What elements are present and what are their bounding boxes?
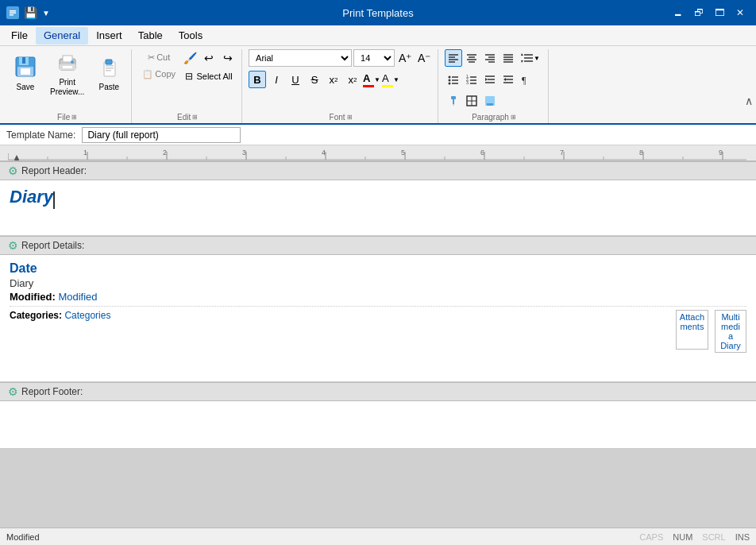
font-color-dropdown[interactable]: ▼	[374, 76, 380, 83]
menu-table[interactable]: Table	[130, 27, 171, 44]
format-painter-button[interactable]	[445, 92, 462, 110]
save-button[interactable]: Save	[8, 49, 43, 99]
paint-bucket-button[interactable]: 🖌️	[181, 49, 199, 67]
print-preview-button[interactable]: Print Preview...	[44, 49, 90, 99]
ribbon-collapse-button[interactable]: ∧	[745, 95, 753, 107]
menu-insert[interactable]: Insert	[88, 27, 130, 44]
font-group-expand[interactable]: ⊞	[347, 114, 353, 121]
paste-button[interactable]: Paste	[91, 49, 126, 99]
attachments-container: Attach ments Multi medi a Diary	[676, 310, 746, 353]
menu-general[interactable]: General	[36, 27, 88, 44]
bullet-list-button[interactable]	[445, 71, 462, 88]
svg-rect-68	[487, 103, 493, 106]
svg-marker-39	[521, 60, 523, 63]
italic-button[interactable]: I	[268, 71, 285, 88]
ins-indicator: INS	[735, 532, 750, 542]
date-field: Date	[10, 261, 37, 275]
modified-label: Modified:	[10, 291, 56, 303]
paragraph-marks-button[interactable]: ¶	[518, 71, 535, 88]
maximize-button[interactable]: 🗖	[710, 4, 729, 21]
restore-button[interactable]: 🗗	[689, 4, 708, 21]
undo-button[interactable]: ↩	[200, 49, 218, 67]
cut-copy-container: ✂ Cut 📋 Copy	[138, 49, 179, 82]
para-row-2: 1.2.3. ¶	[445, 71, 535, 88]
status-indicators: CAPS NUM SCRL INS	[639, 532, 750, 542]
bold-button[interactable]: B	[249, 71, 266, 88]
template-name-input[interactable]	[82, 127, 241, 143]
redo-button[interactable]: ↪	[219, 49, 237, 67]
borders-button[interactable]	[463, 92, 480, 110]
select-all-button[interactable]: ⊟ Select All	[181, 68, 236, 84]
svg-marker-38	[521, 53, 523, 56]
superscript-button[interactable]: x2	[325, 71, 342, 88]
cut-button[interactable]: ✂ Cut	[138, 49, 179, 65]
report-footer-section-header: ⚙ Report Footer:	[0, 382, 756, 401]
cut-label: Cut	[156, 52, 170, 62]
report-details-label: Report Details:	[21, 240, 84, 251]
align-justify-button[interactable]	[499, 49, 517, 67]
shrink-font-button[interactable]: A⁻	[415, 49, 433, 67]
align-right-button[interactable]	[481, 49, 499, 67]
template-name-bar: Template Name:	[0, 125, 756, 145]
svg-marker-98	[14, 155, 19, 160]
svg-point-42	[449, 79, 451, 82]
file-group-label: File	[57, 113, 70, 122]
highlight-dropdown[interactable]: ▼	[393, 76, 399, 83]
minimize-button[interactable]: 🗕	[669, 4, 688, 21]
svg-point-44	[449, 83, 451, 85]
select-all-label: Select All	[196, 72, 232, 81]
line-spacing-dropdown[interactable]: ▼	[534, 55, 540, 62]
diary-row: Diary	[10, 277, 746, 289]
strikethrough-button[interactable]: S	[306, 71, 323, 88]
svg-rect-15	[106, 60, 112, 64]
shading-button[interactable]	[481, 92, 499, 110]
menu-tools[interactable]: Tools	[171, 27, 210, 44]
title-controls: 🗕 🗗 🗖 ✕	[669, 4, 750, 21]
line-spacing-button[interactable]: ▼	[518, 49, 543, 67]
align-center-button[interactable]	[463, 49, 480, 67]
paste-label: Paste	[99, 83, 120, 92]
report-header-content[interactable]: Diary	[0, 180, 756, 236]
categories-row: Categories: Categories Attach ments Mult…	[10, 306, 746, 353]
svg-point-40	[449, 76, 451, 79]
diary-field: Diary	[10, 277, 33, 289]
increase-indent-button[interactable]	[481, 71, 499, 88]
highlight-color-button[interactable]: A ▼	[382, 71, 399, 88]
svg-text:1: 1	[83, 149, 87, 157]
file-group-expand[interactable]: ⊞	[71, 114, 77, 121]
svg-rect-62	[453, 99, 454, 104]
quick-access-dropdown[interactable]: ▼	[42, 9, 50, 17]
report-footer-content[interactable]	[0, 401, 756, 449]
svg-text:4: 4	[322, 149, 326, 157]
menu-file[interactable]: File	[3, 27, 36, 44]
underline-button[interactable]: U	[287, 71, 304, 88]
svg-marker-55	[485, 78, 488, 81]
paint-undo-row: 🖌️ ↩ ↪	[181, 49, 237, 67]
svg-text:3.: 3.	[466, 80, 469, 85]
ribbon-group-paragraph: ▼ 1.2.3.	[440, 49, 549, 123]
template-name-label: Template Name:	[6, 129, 75, 141]
svg-text:8: 8	[639, 149, 643, 157]
numbered-list-button[interactable]: 1.2.3.	[463, 71, 480, 88]
close-button[interactable]: ✕	[731, 4, 750, 21]
quick-access-save[interactable]: 💾	[24, 6, 37, 19]
svg-rect-61	[451, 96, 456, 99]
align-left-button[interactable]	[445, 49, 462, 67]
paragraph-group-expand[interactable]: ⊞	[511, 114, 516, 121]
svg-rect-3	[10, 14, 14, 16]
num-indicator: NUM	[673, 532, 692, 542]
font-name-select[interactable]: Arial Times New Roman Calibri	[249, 49, 352, 67]
svg-text:9: 9	[719, 149, 723, 157]
report-details-content[interactable]: Date Diary Modified: Modified Categories…	[0, 255, 756, 382]
grow-font-button[interactable]: A⁺	[396, 49, 414, 67]
window-title: Print Templates	[342, 7, 413, 19]
font-color-button[interactable]: A ▼	[363, 71, 380, 88]
section-icon-footer: ⚙	[8, 385, 18, 398]
decrease-indent-button[interactable]	[499, 71, 517, 88]
subscript-button[interactable]: x2	[344, 71, 361, 88]
copy-button[interactable]: 📋 Copy	[138, 66, 179, 82]
font-size-select[interactable]: 891011 12141618	[353, 49, 395, 67]
edit-group-expand[interactable]: ⊞	[192, 114, 198, 121]
copy-icon: 📋	[142, 69, 153, 79]
categories-label: Categories:	[10, 310, 62, 321]
